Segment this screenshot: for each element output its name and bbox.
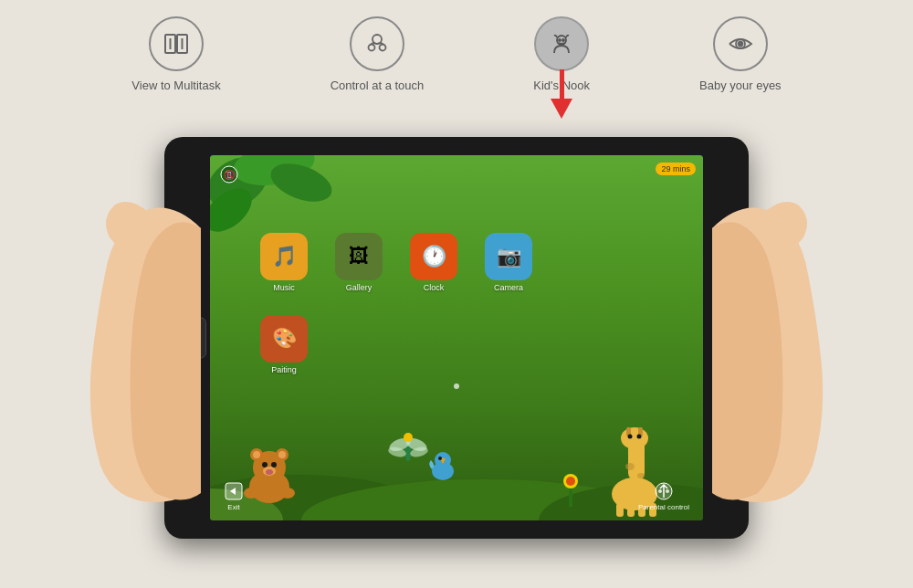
svg-point-56 <box>404 433 413 442</box>
svg-point-62 <box>658 489 662 493</box>
svg-point-32 <box>244 488 258 499</box>
svg-point-6 <box>379 45 385 51</box>
feature-multitask: View to Multitask <box>131 16 220 92</box>
feature-kids: Kid's Nook <box>533 16 590 92</box>
app-camera[interactable]: 📷 Camera <box>485 233 532 292</box>
flower-decoration <box>557 470 584 507</box>
arrow-indicator <box>551 69 572 119</box>
dragonfly-character <box>383 430 434 475</box>
svg-point-9 <box>562 39 564 41</box>
svg-point-33 <box>280 488 295 499</box>
hand-right <box>712 183 831 502</box>
svg-rect-47 <box>616 503 624 517</box>
hand-left <box>82 183 201 502</box>
feature-touch: Control at a touch <box>331 16 425 92</box>
bear-character <box>233 436 306 513</box>
clock-icon: 🕐 <box>410 233 457 280</box>
app-icons-row2: 🎨 Paiting <box>260 315 308 374</box>
svg-point-59 <box>566 477 575 486</box>
svg-point-46 <box>637 473 645 478</box>
feature-eyes: Baby your eyes <box>699 16 782 92</box>
eyes-icon-circle <box>713 16 768 71</box>
music-icon: 🎵 <box>260 233 308 280</box>
eyes-label: Baby your eyes <box>699 79 782 92</box>
parental-label: Parental control <box>638 503 689 511</box>
features-row: View to Multitask Control at a touch <box>0 0 913 92</box>
svg-point-11 <box>738 42 742 47</box>
svg-point-63 <box>666 489 669 493</box>
svg-point-27 <box>278 451 286 458</box>
tablet-scene: HUAWEI 📵 29 mi <box>82 110 831 575</box>
touch-icon <box>362 29 392 58</box>
app-gallery[interactable]: 🖼 Gallery <box>335 233 383 292</box>
svg-text:📵: 📵 <box>224 169 236 181</box>
multitask-label: View to Multitask <box>131 79 220 92</box>
app-painting[interactable]: 🎨 Paiting <box>260 315 308 374</box>
touch-icon-circle <box>350 16 404 71</box>
painting-icon: 🎨 <box>260 315 308 362</box>
eyes-icon <box>726 29 755 58</box>
clock-label: Clock <box>424 283 445 292</box>
timer-badge: 29 mins <box>656 163 696 175</box>
svg-point-37 <box>438 457 442 460</box>
gallery-icon: 🖼 <box>335 233 383 280</box>
svg-point-43 <box>628 435 633 439</box>
app-music[interactable]: 🎵 Music <box>260 233 308 292</box>
kids-icon-circle <box>534 16 589 71</box>
svg-point-8 <box>559 39 561 41</box>
screen-background: 📵 29 mins 🎵 Music 🖼 Gallery <box>210 155 703 520</box>
svg-point-40 <box>621 427 648 449</box>
music-label: Music <box>273 283 295 292</box>
exit-icon <box>224 481 244 501</box>
app-icons-row1: 🎵 Music 🖼 Gallery 🕐 Clock <box>260 233 532 292</box>
tablet-screen: 📵 29 mins 🎵 Music 🖼 Gallery <box>210 155 703 520</box>
tablet-body: HUAWEI 📵 29 mi <box>164 137 749 539</box>
camera-label: Camera <box>494 283 523 292</box>
exit-label: Exit <box>227 503 239 511</box>
svg-point-31 <box>266 469 273 475</box>
svg-point-44 <box>637 435 642 439</box>
painting-label: Paiting <box>271 365 297 374</box>
gallery-label: Gallery <box>346 283 373 292</box>
camera-app-icon: 📷 <box>485 233 532 280</box>
hand-left-svg <box>82 183 201 502</box>
kids-icon <box>547 29 576 58</box>
app-clock[interactable]: 🕐 Clock <box>410 233 457 292</box>
svg-rect-48 <box>627 503 635 517</box>
svg-point-5 <box>368 45 374 51</box>
no-capture-icon: 📵 <box>219 164 239 184</box>
hand-right-svg <box>712 183 831 502</box>
exit-button[interactable]: Exit <box>224 481 244 511</box>
multitask-icon <box>162 29 191 58</box>
multitask-icon-circle <box>149 16 204 71</box>
parental-control-button[interactable]: Parental control <box>638 481 689 511</box>
svg-point-28 <box>262 462 268 467</box>
svg-point-29 <box>271 462 277 467</box>
parental-icon <box>654 481 674 501</box>
svg-point-45 <box>625 463 635 470</box>
svg-point-25 <box>253 451 260 458</box>
touch-label: Control at a touch <box>331 79 425 92</box>
